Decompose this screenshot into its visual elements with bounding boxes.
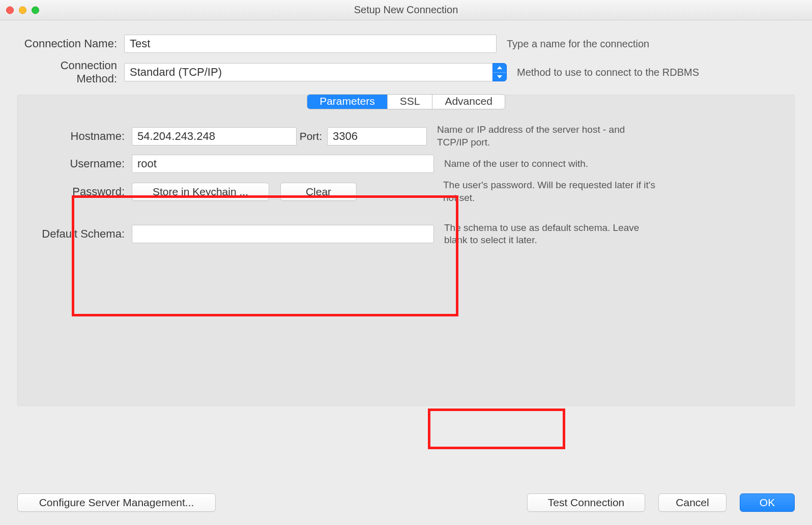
tab-ssl[interactable]: SSL bbox=[388, 95, 433, 109]
connection-method-help: Method to use to connect to the RDBMS bbox=[507, 67, 795, 78]
clear-password-button[interactable]: Clear bbox=[280, 183, 357, 201]
store-keychain-button[interactable]: Store in Keychain ... bbox=[132, 183, 269, 201]
default-schema-label: Default Schema: bbox=[28, 227, 132, 241]
parameters-panel: Parameters SSL Advanced Hostname: Port: … bbox=[17, 95, 795, 406]
connection-method-select[interactable]: Standard (TCP/IP) bbox=[124, 63, 507, 81]
close-icon[interactable] bbox=[6, 6, 14, 14]
test-connection-button[interactable]: Test Connection bbox=[527, 493, 645, 512]
default-schema-row: Default Schema: The schema to use as def… bbox=[18, 222, 789, 247]
port-label: Port: bbox=[297, 130, 327, 142]
username-input[interactable] bbox=[132, 155, 434, 173]
username-label: Username: bbox=[28, 157, 132, 170]
hostname-label: Hostname: bbox=[28, 130, 132, 143]
footer: Configure Server Management... Test Conn… bbox=[0, 493, 812, 512]
zoom-icon[interactable] bbox=[32, 6, 39, 14]
hostname-help: Name or IP address of the server host - … bbox=[427, 124, 651, 149]
cancel-button[interactable]: Cancel bbox=[658, 493, 727, 512]
annotation-test-button-box bbox=[428, 409, 565, 449]
minimize-icon[interactable] bbox=[19, 6, 26, 14]
username-help: Name of the user to connect with. bbox=[434, 158, 658, 170]
configure-server-management-button[interactable]: Configure Server Management... bbox=[17, 493, 216, 512]
connection-method-value: Standard (TCP/IP) bbox=[124, 63, 492, 81]
connection-name-help: Type a name for the connection bbox=[497, 38, 795, 50]
tab-group: Parameters SSL Advanced bbox=[307, 94, 505, 109]
default-schema-input[interactable] bbox=[132, 225, 434, 243]
connection-name-input[interactable] bbox=[124, 35, 497, 53]
connection-name-label: Connection Name: bbox=[17, 37, 124, 50]
password-help: The user's password. Will be requested l… bbox=[433, 179, 657, 204]
window-controls bbox=[6, 6, 39, 14]
ok-button[interactable]: OK bbox=[740, 493, 795, 512]
hostname-row: Hostname: Port: Name or IP address of th… bbox=[18, 124, 789, 149]
hostname-input[interactable] bbox=[132, 127, 297, 145]
connection-name-row: Connection Name: Type a name for the con… bbox=[17, 35, 795, 53]
window-title: Setup New Connection bbox=[354, 4, 458, 16]
username-row: Username: Name of the user to connect wi… bbox=[18, 155, 789, 173]
titlebar: Setup New Connection bbox=[0, 0, 812, 20]
password-label: Password: bbox=[28, 185, 132, 198]
chevron-up-down-icon bbox=[492, 63, 507, 81]
tab-parameters[interactable]: Parameters bbox=[307, 95, 388, 109]
password-row: Password: Store in Keychain ... Clear Th… bbox=[18, 179, 789, 204]
tab-advanced[interactable]: Advanced bbox=[432, 95, 504, 109]
default-schema-help: The schema to use as default schema. Lea… bbox=[434, 222, 658, 247]
port-input[interactable] bbox=[327, 127, 427, 145]
connection-method-row: Connection Method: Standard (TCP/IP) Met… bbox=[17, 59, 795, 85]
connection-method-label: Connection Method: bbox=[17, 59, 124, 85]
